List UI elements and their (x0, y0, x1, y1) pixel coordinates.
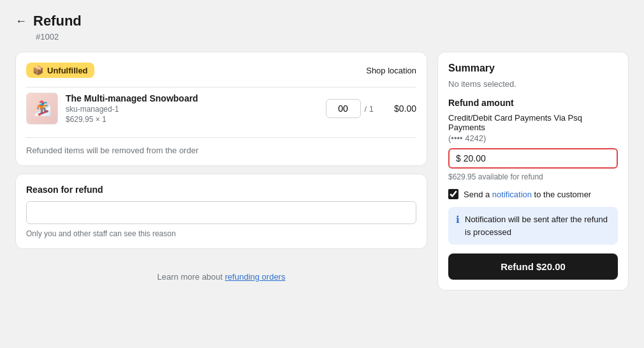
info-text: Notification will be sent after the refu… (465, 213, 610, 238)
notification-text: Send a notification to the customer (464, 190, 591, 199)
no-items-text: No items selected. (448, 79, 618, 89)
product-sku: sku-managed-1 (66, 105, 318, 114)
back-button[interactable]: ← (15, 15, 27, 28)
product-price: $629.95 (66, 115, 93, 124)
footer: Learn more about refunding orders (15, 272, 427, 282)
notification-row: Send a notification to the customer (448, 189, 618, 199)
product-price-qty: $629.95 × 1 (66, 115, 318, 124)
payment-method-name: Credit/Debit Card Payments Via Psq Payme… (448, 113, 618, 132)
reason-hint: Only you and other staff can see this re… (26, 229, 416, 238)
page-title: Refund (33, 13, 82, 29)
product-qty-mult: × 1 (96, 115, 106, 124)
refund-amount-label: Refund amount (448, 98, 618, 108)
product-name: The Multi-managed Snowboard (66, 93, 318, 103)
summary-card: Summary No items selected. Refund amount… (437, 52, 629, 291)
shop-location-label: Shop location (366, 66, 416, 75)
refund-input-row: $ (448, 148, 618, 169)
page-header: ← Refund (15, 13, 629, 29)
badge-icon: 📦 (33, 65, 43, 75)
left-column: 📦 Unfulfilled Shop location 🏂 The Multi-… (15, 52, 427, 282)
payment-card-number: (•••• 4242) (448, 133, 618, 143)
reason-label: Reason for refund (26, 185, 416, 195)
notification-suffix: to the customer (532, 190, 591, 199)
info-icon: ℹ (456, 214, 460, 225)
unfulfilled-badge: 📦 Unfulfilled (26, 63, 94, 78)
quantity-input-group: / 1 (326, 99, 374, 118)
product-total: $0.00 (381, 103, 416, 114)
page-container: ← Refund #1002 📦 Unfulfilled Shop locati… (0, 0, 644, 303)
right-column: Summary No items selected. Refund amount… (437, 52, 629, 291)
order-number: #1002 (36, 32, 629, 42)
footer-text: Learn more about (157, 272, 225, 282)
reason-input[interactable] (26, 201, 416, 224)
notification-prefix: Send a (464, 190, 492, 199)
product-row: 🏂 The Multi-managed Snowboard sku-manage… (26, 87, 416, 130)
refund-note: Refunded items will be removed from the … (26, 137, 416, 155)
qty-separator: / 1 (365, 104, 374, 114)
notification-checkbox[interactable] (448, 189, 458, 199)
main-layout: 📦 Unfulfilled Shop location 🏂 The Multi-… (15, 52, 629, 291)
refund-amount-input[interactable] (464, 153, 610, 163)
currency-symbol: $ (456, 153, 461, 163)
badge-label: Unfulfilled (47, 66, 88, 75)
notification-info-box: ℹ Notification will be sent after the re… (448, 207, 618, 245)
reason-card: Reason for refund Only you and other sta… (15, 174, 427, 249)
refunding-orders-link[interactable]: refunding orders (225, 272, 286, 282)
notification-link[interactable]: notification (492, 190, 532, 199)
summary-title: Summary (448, 63, 618, 74)
quantity-input[interactable] (326, 99, 361, 118)
product-details: The Multi-managed Snowboard sku-managed-… (66, 93, 318, 124)
product-image: 🏂 (26, 93, 58, 125)
available-refund: $629.95 available for refund (448, 172, 618, 181)
product-card: 📦 Unfulfilled Shop location 🏂 The Multi-… (15, 52, 427, 166)
card-header-row: 📦 Unfulfilled Shop location (26, 63, 416, 78)
refund-button[interactable]: Refund $20.00 (448, 253, 618, 280)
